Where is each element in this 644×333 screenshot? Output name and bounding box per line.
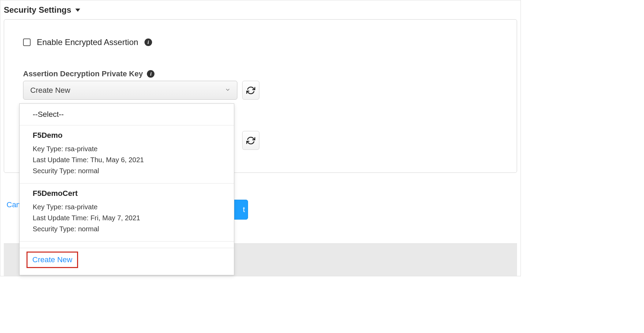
create-new-link: Create New xyxy=(32,255,72,264)
refresh-icon xyxy=(246,136,255,145)
refresh-button-1[interactable] xyxy=(242,81,259,100)
enable-encrypted-checkbox[interactable] xyxy=(23,38,31,46)
decryption-key-selected: Create New xyxy=(30,86,70,95)
dropdown-item-name: F5Demo xyxy=(33,131,221,140)
info-icon[interactable]: i xyxy=(147,70,154,78)
dropdown-item-f5demo[interactable]: F5Demo Key Type: rsa-private Last Update… xyxy=(20,125,234,184)
next-button-fragment: t xyxy=(243,205,245,214)
dropdown-item-meta: Key Type: rsa-private Last Update Time: … xyxy=(33,143,221,176)
section-header[interactable]: Security Settings xyxy=(4,5,80,15)
decryption-key-select-wrap: Create New xyxy=(23,81,237,100)
decryption-key-select[interactable]: Create New xyxy=(23,81,237,100)
chevron-down-icon xyxy=(225,86,231,95)
section-title-text: Security Settings xyxy=(4,5,71,15)
dropdown-item-meta: Key Type: rsa-private Last Update Time: … xyxy=(33,201,221,234)
decryption-key-label: Assertion Decryption Private Key i xyxy=(23,69,154,78)
dropdown-create-row: Create New xyxy=(20,248,234,275)
info-icon[interactable]: i xyxy=(144,38,152,46)
dropdown-placeholder[interactable]: --Select-- xyxy=(20,104,234,125)
enable-encrypted-row: Enable Encrypted Assertion i xyxy=(23,37,152,47)
cancel-link[interactable]: Can xyxy=(7,200,20,209)
dropdown-item-name: F5DemoCert xyxy=(33,189,221,198)
canvas: Security Settings Enable Encrypted Asser… xyxy=(0,0,521,276)
dropdown-item-f5democert[interactable]: F5DemoCert Key Type: rsa-private Last Up… xyxy=(20,184,234,242)
refresh-button-2[interactable] xyxy=(242,131,259,150)
caret-down-icon xyxy=(75,9,80,12)
decryption-key-text: Assertion Decryption Private Key xyxy=(23,69,143,78)
enable-encrypted-label: Enable Encrypted Assertion xyxy=(37,37,138,47)
decryption-key-dropdown: --Select-- F5Demo Key Type: rsa-private … xyxy=(19,103,234,275)
refresh-icon xyxy=(246,86,255,95)
create-new-highlight[interactable]: Create New xyxy=(26,252,78,268)
